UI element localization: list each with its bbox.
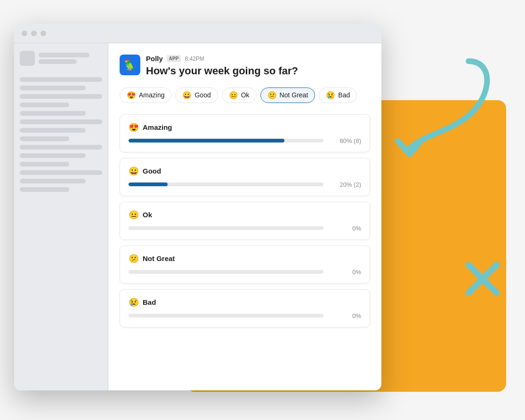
sidebar-profile-row [20,51,102,66]
sidebar-item-2[interactable] [20,86,86,90]
ok-label: Ok [241,91,250,99]
progress-track-amazing [129,139,323,143]
sidebar-item-12[interactable] [20,170,102,175]
answer-options-row: 😍 Amazing 😀 Good 😐 Ok 😕 Not Great [120,87,370,103]
sidebar [14,43,108,390]
progress-pct-amazing: 80% (8) [328,137,361,144]
sidebar-item-9[interactable] [20,145,102,150]
not-great-emoji: 😕 [267,91,277,100]
result-card-not-great: 😕 Not Great 0% [120,246,370,284]
browser-titlebar [14,24,381,43]
progress-pct-bad: 0% [328,312,361,319]
main-content: 🦜 Polly APP 8:42PM How's your week going… [108,43,381,390]
option-good[interactable]: 😀 Good [175,87,218,103]
result-label-good: 😀 Good [129,166,361,176]
minimize-traffic-light[interactable] [31,31,37,36]
progress-row-not-great: 0% [129,269,361,276]
sidebar-name-line [39,53,89,57]
result-card-good: 😀 Good 20% (2) [120,158,370,196]
sidebar-item-6[interactable] [20,119,102,124]
app-badge: APP [167,55,181,62]
result-card-ok: 😐 Ok 0% [120,202,370,240]
progress-track-not-great [129,270,323,274]
progress-fill-amazing [129,139,284,143]
bad-label: Bad [338,91,350,99]
progress-row-good: 20% (2) [129,181,361,188]
option-not-great[interactable]: 😕 Not Great [260,87,315,103]
option-ok[interactable]: 😐 Ok [222,87,257,103]
result-card-amazing: 😍 Amazing 80% (8) [120,114,370,152]
bad-emoji: 😢 [326,91,335,100]
result-text-good: Good [143,167,161,175]
good-emoji: 😀 [182,91,192,100]
amazing-emoji: 😍 [127,91,136,100]
sidebar-item-8[interactable] [20,136,69,141]
good-label: Good [194,91,210,99]
progress-fill-good [129,182,168,186]
sidebar-item-7[interactable] [20,128,86,133]
result-emoji-amazing: 😍 [129,122,139,133]
polly-avatar: 🦜 [120,55,140,75]
result-label-ok: 😐 Ok [129,210,361,220]
option-amazing[interactable]: 😍 Amazing [120,87,171,103]
result-card-bad: 😢 Bad 0% [120,289,370,327]
result-emoji-ok: 😐 [129,210,139,220]
progress-row-bad: 0% [129,312,361,319]
scene: 🦜 Polly APP 8:42PM How's your week going… [0,0,525,420]
sidebar-item-1[interactable] [20,77,102,82]
result-label-bad: 😢 Bad [129,297,361,308]
amazing-label: Amazing [139,91,164,99]
polly-question: How's your week going so far? [146,64,298,78]
result-text-not-great: Not Great [143,254,175,262]
progress-row-ok: 0% [129,225,361,232]
polly-name-row: Polly APP 8:42PM [146,55,298,63]
maximize-traffic-light[interactable] [40,31,46,36]
not-great-label: Not Great [280,91,308,99]
result-text-amazing: Amazing [143,123,172,131]
sidebar-nav-group [20,77,102,192]
polly-time: 8:42PM [185,55,204,62]
sidebar-item-14[interactable] [20,187,69,192]
result-emoji-bad: 😢 [129,297,139,308]
option-bad[interactable]: 😢 Bad [319,87,357,103]
progress-track-ok [129,226,323,230]
sidebar-status-line [39,59,77,64]
result-text-bad: Bad [143,298,156,306]
progress-track-bad [129,314,323,317]
progress-pct-not-great: 0% [328,269,361,276]
sidebar-item-11[interactable] [20,162,69,166]
sidebar-item-4[interactable] [20,103,69,107]
result-emoji-not-great: 😕 [129,254,139,264]
close-traffic-light[interactable] [22,31,27,36]
sidebar-item-13[interactable] [20,179,86,183]
sidebar-item-5[interactable] [20,111,86,116]
progress-pct-ok: 0% [328,225,361,232]
arrow-decoration [365,47,497,179]
progress-track-good [129,182,323,186]
progress-row-amazing: 80% (8) [129,137,361,144]
polly-message-header: 🦜 Polly APP 8:42PM How's your week going… [120,55,370,78]
browser-window: 🦜 Polly APP 8:42PM How's your week going… [14,24,381,390]
result-label-amazing: 😍 Amazing [129,122,361,133]
sidebar-item-10[interactable] [20,153,86,158]
result-text-ok: Ok [143,211,152,219]
x-mark-decoration [464,260,501,298]
ok-emoji: 😐 [229,91,238,100]
polly-info: Polly APP 8:42PM How's your week going s… [146,55,298,78]
sidebar-item-3[interactable] [20,94,102,99]
result-label-not-great: 😕 Not Great [129,254,361,264]
progress-pct-good: 20% (2) [328,181,361,188]
result-emoji-good: 😀 [129,166,139,176]
browser-content: 🦜 Polly APP 8:42PM How's your week going… [14,43,381,390]
sidebar-avatar [20,51,35,66]
polly-name: Polly [146,55,163,63]
